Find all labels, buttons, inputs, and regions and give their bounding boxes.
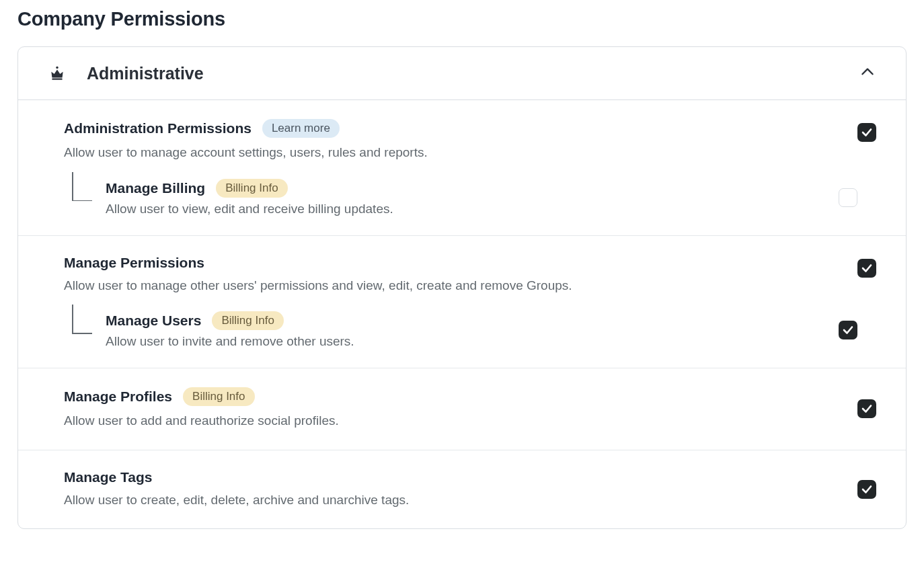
chevron-up-icon [859,63,876,83]
sub-permission-title: Manage Billing [106,180,205,196]
permission-description: Allow user to add and reauthorize social… [64,411,857,431]
tree-connector-icon [72,179,104,207]
permission-description: Allow user to manage other users' permis… [64,276,857,296]
permission-row-admin: Administration Permissions Learn more Al… [18,100,906,236]
permission-title: Manage Tags [64,469,152,485]
sub-permission-title: Manage Users [106,313,201,329]
sub-permission-description: Allow user to view, edit and receive bil… [106,202,839,216]
sub-permission-description: Allow user to invite and remove other us… [106,334,839,349]
billing-info-badge[interactable]: Billing Info [216,179,287,198]
permission-main: Manage Permissions Allow user to manage … [64,255,857,350]
checkbox-manage-permissions[interactable] [857,259,876,278]
page-title: Company Permissions [17,8,907,30]
section-title: Administrative [87,64,859,83]
permission-main: Administration Permissions Learn more Al… [64,119,857,216]
sub-permission-block-manage-billing: Manage Billing Billing Info Allow user t… [64,179,857,216]
checkbox-admin-permissions[interactable] [857,123,876,142]
permission-title: Manage Permissions [64,255,204,271]
permissions-panel: Administrative Administration Permission… [17,46,907,529]
permission-row-manage-profiles: Manage Profiles Billing Info Allow user … [18,368,906,450]
sub-permission-block-manage-users: Manage Users Billing Info Allow user to … [64,311,857,349]
permission-title: Administration Permissions [64,120,252,136]
checkbox-manage-tags[interactable] [857,480,876,499]
checkbox-manage-billing[interactable] [839,188,857,207]
permission-description: Allow user to manage account settings, u… [64,143,857,163]
learn-more-badge[interactable]: Learn more [262,119,340,138]
billing-info-badge[interactable]: Billing Info [183,387,254,406]
svg-rect-1 [52,79,62,80]
permission-row-manage-permissions: Manage Permissions Allow user to manage … [18,236,906,369]
checkbox-manage-profiles[interactable] [857,399,876,418]
permission-title: Manage Profiles [64,389,172,405]
permission-main: Manage Tags Allow user to create, edit, … [64,469,857,510]
permission-row-manage-tags: Manage Tags Allow user to create, edit, … [18,450,906,529]
svg-point-0 [56,67,58,69]
section-header-administrative[interactable]: Administrative [18,47,906,100]
permission-description: Allow user to create, edit, delete, arch… [64,491,857,510]
permission-main: Manage Profiles Billing Info Allow user … [64,387,857,431]
checkbox-manage-users[interactable] [839,321,857,339]
crown-icon [48,65,67,82]
tree-connector-icon [72,311,104,339]
billing-info-badge[interactable]: Billing Info [212,311,283,330]
